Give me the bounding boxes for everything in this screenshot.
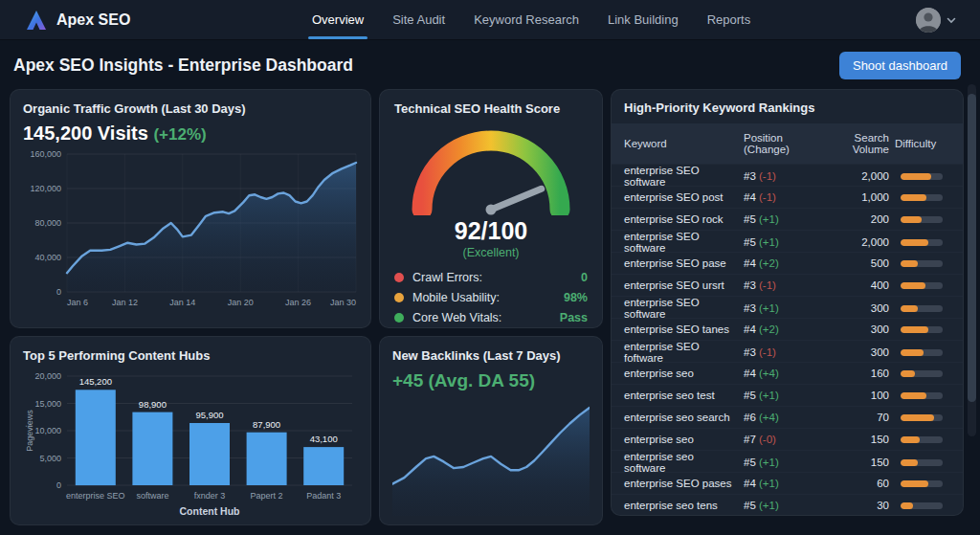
- cell-keyword: enterprise SEO pase: [624, 257, 738, 269]
- status-dot-icon: [394, 293, 404, 302]
- dashboard-grid: Organic Traffic Growth (Last 30 Days) 14…: [0, 89, 980, 525]
- svg-text:98,900: 98,900: [139, 399, 167, 410]
- gauge-card-title: Technical SEO Health Score: [394, 101, 588, 116]
- cell-volume: 300: [826, 323, 889, 335]
- cell-volume: 60: [826, 478, 889, 489]
- traffic-card-title: Organic Traffic Growth (Last 30 Days): [23, 101, 358, 116]
- keywords-table-header: Keyword Position (Change) Search Volume …: [612, 123, 963, 164]
- chevron-down-icon[interactable]: [946, 14, 957, 26]
- cell-volume: 500: [826, 257, 889, 269]
- cell-volume: 70: [826, 412, 889, 423]
- table-row: enterprise SEO software#5 (+1)2,000: [612, 230, 963, 252]
- difficulty-bar: [901, 480, 943, 487]
- keywords-card-title: High-Priority Keyword Rankings: [612, 90, 963, 123]
- cell-keyword: enterprise seo software: [624, 451, 738, 474]
- cell-volume: 400: [826, 279, 889, 291]
- svg-text:40,000: 40,000: [34, 253, 61, 262]
- svg-text:Jan 26: Jan 26: [285, 298, 311, 307]
- stat-value: Pass: [560, 311, 588, 324]
- svg-text:145,200: 145,200: [79, 376, 112, 387]
- cell-position: #3 (-1): [744, 170, 820, 182]
- nav-item-link-building[interactable]: Link Building: [608, 0, 679, 39]
- svg-text:Papert 2: Papert 2: [251, 491, 283, 501]
- svg-text:95,900: 95,900: [195, 410, 223, 420]
- hubs-card-title: Top 5 Performing Content Hubs: [23, 348, 358, 363]
- shoot-dashboard-button[interactable]: Shoot dashboard: [839, 52, 961, 79]
- traffic-metric: 145,200 Visits (+12%): [23, 123, 358, 145]
- page-scrollbar-thumb[interactable]: [968, 94, 976, 402]
- gauge-stat-row: Crawl Errors:0: [394, 267, 588, 287]
- difficulty-bar: [901, 436, 943, 443]
- difficulty-bar: [901, 414, 943, 421]
- col-header-position: Position (Change): [744, 132, 820, 155]
- svg-text:Content Hub: Content Hub: [180, 505, 240, 517]
- stat-value: 98%: [564, 291, 588, 304]
- cell-position: #3 (-1): [744, 279, 820, 291]
- col-header-volume: Search Volume: [826, 132, 889, 155]
- content-hubs-bar-chart: 05,00010,00015,00020,000145,200enterpris…: [23, 367, 358, 525]
- cell-position: #5 (+1): [744, 213, 820, 225]
- cell-keyword: enterprise seo tens: [624, 500, 738, 511]
- table-row: enterprise SEO post#4 (-1)1,000: [612, 186, 963, 208]
- cell-keyword: enterprise seo search: [624, 412, 738, 423]
- stat-label: Core Web Vitals:: [412, 311, 501, 324]
- gauge-stat-row: Core Web Vitals:Pass: [394, 307, 588, 327]
- table-row: enterprise seo#4 (+4)160: [612, 362, 963, 384]
- svg-text:Jan 12: Jan 12: [112, 298, 138, 307]
- cell-position: #4 (+4): [744, 368, 820, 379]
- cell-keyword: enterprise SEO tanes: [624, 323, 738, 335]
- table-row: enterprise seo software#5 (+1)150: [612, 450, 963, 472]
- cell-position: #5 (+1): [744, 500, 820, 511]
- svg-text:43,100: 43,100: [310, 434, 338, 444]
- table-row: enterprise SEO foftware#3 (-1)300: [612, 340, 963, 362]
- cell-keyword: enterprise seo test: [624, 390, 738, 401]
- difficulty-bar: [901, 502, 943, 509]
- svg-text:fxnder 3: fxnder 3: [194, 491, 226, 501]
- top-nav: Apex SEO OverviewSite AuditKeyword Resea…: [0, 0, 980, 40]
- cell-position: #4 (-1): [744, 191, 820, 203]
- svg-text:0: 0: [56, 480, 61, 490]
- cell-position: #6 (+4): [744, 412, 820, 423]
- nav-item-site-audit[interactable]: Site Audit: [392, 0, 445, 39]
- table-row: enterprise SEO software#3 (+1)300: [612, 296, 963, 318]
- nav-item-reports[interactable]: Reports: [707, 0, 751, 39]
- table-row: enterprise SEO software#3 (-1)2,000: [612, 164, 963, 186]
- cell-volume: 200: [826, 213, 889, 225]
- brand-name: Apex SEO: [56, 11, 130, 29]
- difficulty-bar: [901, 326, 943, 333]
- nav-item-keyword-research[interactable]: Keyword Research: [474, 0, 579, 39]
- col-header-keyword: Keyword: [624, 138, 738, 149]
- svg-text:software: software: [136, 491, 168, 501]
- keyword-rankings-card: High-Priority Keyword Rankings Keyword P…: [611, 89, 964, 516]
- nav-item-overview[interactable]: Overview: [312, 0, 364, 39]
- status-dot-icon: [394, 313, 404, 323]
- difficulty-bar: [901, 239, 943, 246]
- svg-text:Jan 6: Jan 6: [67, 298, 88, 307]
- cell-keyword: enterprise SEO post: [624, 191, 738, 203]
- cell-volume: 300: [826, 346, 889, 358]
- svg-text:5,000: 5,000: [39, 454, 61, 463]
- svg-text:160,000: 160,000: [30, 149, 61, 159]
- svg-text:Jan 14: Jan 14: [169, 298, 195, 307]
- avatar[interactable]: [916, 8, 941, 33]
- cell-volume: 2,000: [826, 170, 889, 182]
- difficulty-bar: [901, 305, 943, 312]
- stat-value: 0: [581, 271, 588, 284]
- svg-text:enterprise SEO: enterprise SEO: [66, 491, 125, 501]
- difficulty-bar: [901, 216, 943, 223]
- cell-volume: 150: [826, 457, 889, 468]
- cell-position: #4 (+2): [744, 257, 820, 269]
- status-dot-icon: [394, 273, 404, 282]
- backlinks-card-title: New Backlinks (Last 7 Days): [392, 348, 590, 363]
- gauge-stat-row: Mobile Usability:98%: [394, 287, 588, 307]
- traffic-area-chart: 040,00080,000120,000160,000Jan 6Jan 12Ja…: [23, 148, 358, 317]
- table-row: enterprise SEO rock#5 (+1)200: [612, 208, 963, 230]
- content-hubs-card: Top 5 Performing Content Hubs 05,00010,0…: [10, 336, 371, 525]
- traffic-metric-value: 145,200 Visits: [23, 123, 148, 144]
- difficulty-bar: [901, 194, 943, 201]
- backlinks-metric: +45 (Avg. DA 55): [392, 370, 590, 391]
- col-header-difficulty: Difficulty: [895, 138, 950, 149]
- brand: Apex SEO: [25, 9, 130, 32]
- table-row: enterprise SEO ursrt#3 (-1)400: [612, 274, 963, 296]
- cell-volume: 1,000: [826, 191, 889, 203]
